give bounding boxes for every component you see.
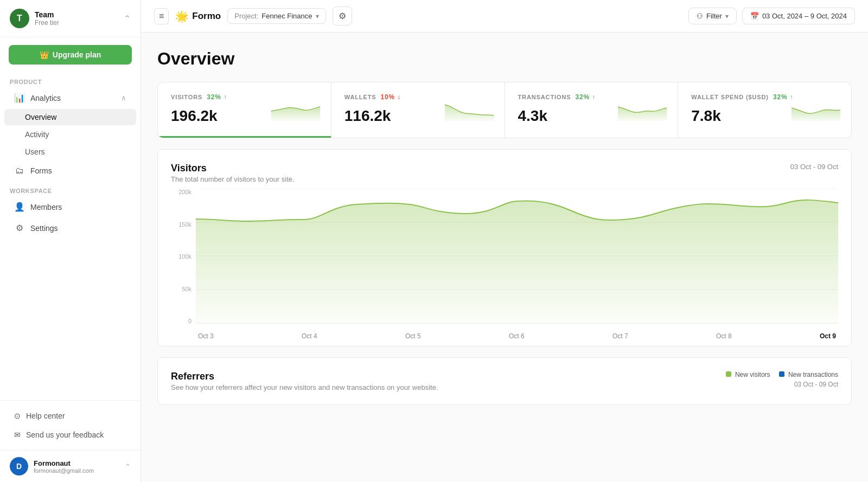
sidebar-sub-item-activity[interactable]: Activity xyxy=(4,126,136,143)
stat-card-wallet-spend[interactable]: WALLET SPEND ($USD) 32% ↑ 7.8k xyxy=(678,82,851,138)
chart-x-labels: Oct 3 Oct 4 Oct 5 Oct 6 Oct 7 Oct 8 Oct … xyxy=(196,326,838,346)
workspace-section-label: Workspace xyxy=(0,181,141,196)
user-email: formonaut@gmail.com xyxy=(34,467,125,474)
new-visitors-legend-dot xyxy=(726,371,731,377)
analytics-chevron-icon: ∧ xyxy=(121,94,126,102)
team-name: Team xyxy=(35,10,59,19)
brand-icon: 🌟 xyxy=(175,10,189,23)
sidebar: T Team Free tier ⌃ 👑 Upgrade plan Produc… xyxy=(0,0,141,482)
chart-date-label: 03 Oct - 09 Oct xyxy=(790,163,838,171)
brand: 🌟 Formo xyxy=(175,10,221,23)
wallet-spend-sparkline xyxy=(792,99,840,121)
sidebar-item-forms[interactable]: 🗂 Forms xyxy=(4,161,136,181)
new-transactions-legend-dot xyxy=(779,371,784,377)
members-label: Members xyxy=(30,203,62,211)
analytics-icon: 📊 xyxy=(14,93,25,103)
forms-label: Forms xyxy=(30,166,52,175)
wallet-spend-label-text: WALLET SPEND ($USD) xyxy=(691,94,769,100)
team-avatar: T xyxy=(10,9,29,28)
stat-card-transactions[interactable]: TRANSACTIONS 32% ↑ 4.3k xyxy=(505,82,679,138)
referrers-legend: New visitors New transactions xyxy=(726,371,838,378)
topbar-right: ⚇ Filter ▾ 📅 03 Oct, 2024 – 9 Oct, 2024 xyxy=(688,8,855,24)
overview-label: Overview xyxy=(25,113,56,121)
analytics-label: Analytics xyxy=(30,94,61,102)
sidebar-item-analytics[interactable]: 📊 Analytics ∧ xyxy=(4,88,136,108)
referrers-title: Referrers xyxy=(171,371,438,382)
project-selector[interactable]: Project: Fennec Finance ▾ xyxy=(227,8,326,24)
project-settings-button[interactable]: ⚙ xyxy=(333,7,352,25)
users-label: Users xyxy=(25,147,45,156)
topbar: ≡ 🌟 Formo Project: Fennec Finance ▾ ⚙ ⚇ … xyxy=(141,0,868,33)
sidebar-toggle-button[interactable]: ≡ xyxy=(154,8,169,24)
main-area: ≡ 🌟 Formo Project: Fennec Finance ▾ ⚙ ⚇ … xyxy=(141,0,868,482)
stat-card-wallets[interactable]: WALLETS 10% ↓ 116.2k xyxy=(331,82,505,138)
sidebar-user[interactable]: D Formonaut formonaut@gmail.com ⌃ xyxy=(0,450,141,482)
feedback-item[interactable]: ✉ Send us your feedback xyxy=(4,426,136,444)
filter-button[interactable]: ⚇ Filter ▾ xyxy=(688,8,737,24)
referrers-subtitle: See how your referrers affect your new v… xyxy=(171,383,438,391)
wallet-spend-badge: 32% ↑ xyxy=(773,93,794,101)
project-label: Project: xyxy=(234,12,258,20)
product-section-label: Product xyxy=(0,72,141,87)
sidebar-sub-item-overview[interactable]: Overview xyxy=(4,109,136,125)
transactions-badge: 32% ↑ xyxy=(575,93,596,101)
chart-title: Visitors xyxy=(171,163,295,174)
new-transactions-legend-label: New transactions xyxy=(788,371,838,378)
date-range-label: 03 Oct, 2024 – 9 Oct, 2024 xyxy=(762,12,847,20)
sidebar-item-settings[interactable]: ⚙ Settings xyxy=(4,218,136,238)
upgrade-plan-button[interactable]: 👑 Upgrade plan xyxy=(9,45,132,65)
filter-label: Filter xyxy=(706,12,722,20)
filter-chevron-icon: ▾ xyxy=(725,12,729,20)
upgrade-label: Upgrade plan xyxy=(53,50,101,59)
team-tier: Free tier xyxy=(35,19,59,27)
content-area: Overview VISITORS 32% ↑ 196.2k xyxy=(141,33,868,482)
activity-label: Activity xyxy=(25,130,49,139)
sidebar-item-members[interactable]: 👤 Members xyxy=(4,197,136,217)
feedback-label: Send us your feedback xyxy=(26,430,104,439)
chart-plot xyxy=(196,189,838,324)
team-info: T Team Free tier xyxy=(10,9,59,28)
user-name: Formonaut xyxy=(34,459,125,467)
settings-label: Settings xyxy=(30,224,58,233)
page-title: Overview xyxy=(157,49,852,69)
sidebar-sub-item-users[interactable]: Users xyxy=(4,144,136,160)
transactions-sparkline xyxy=(618,99,667,121)
help-center-label: Help center xyxy=(26,412,65,420)
members-icon: 👤 xyxy=(14,202,25,212)
stats-row: VISITORS 32% ↑ 196.2k xyxy=(157,82,852,138)
project-chevron-icon: ▾ xyxy=(316,12,319,20)
referrers-header: Referrers See how your referrers affect … xyxy=(171,371,838,391)
user-info: Formonaut formonaut@gmail.com xyxy=(28,459,125,474)
stat-card-visitors[interactable]: VISITORS 32% ↑ 196.2k xyxy=(158,82,331,138)
calendar-icon: 📅 xyxy=(750,12,759,20)
date-range-button[interactable]: 📅 03 Oct, 2024 – 9 Oct, 2024 xyxy=(742,8,855,24)
project-name: Fennec Finance xyxy=(261,12,312,20)
forms-icon: 🗂 xyxy=(14,166,25,176)
visitors-sparkline xyxy=(271,99,320,121)
wallets-label-text: WALLETS xyxy=(344,94,376,100)
user-chevron-icon: ⌃ xyxy=(125,462,131,471)
referrers-date: 03 Oct - 09 Oct xyxy=(726,381,838,388)
chart-area: 200k 150k 100k 50k 0 xyxy=(171,189,838,346)
wallets-sparkline xyxy=(445,99,494,121)
help-center-item[interactable]: ⊙ Help center xyxy=(4,407,136,425)
visitors-label-text: VISITORS xyxy=(171,94,202,100)
sidebar-header: T Team Free tier ⌃ xyxy=(0,0,141,37)
crown-icon: 👑 xyxy=(40,50,49,59)
chart-header: Visitors The total number of visitors to… xyxy=(171,163,838,183)
feedback-icon: ✉ xyxy=(14,430,21,439)
filter-icon: ⚇ xyxy=(697,12,703,20)
team-chevron-icon[interactable]: ⌃ xyxy=(124,14,131,24)
settings-icon: ⚙ xyxy=(14,223,25,233)
wallets-badge: 10% ↓ xyxy=(380,93,401,101)
new-visitors-legend-label: New visitors xyxy=(735,371,770,378)
brand-name: Formo xyxy=(192,11,221,22)
chart-y-labels: 200k 150k 100k 50k 0 xyxy=(171,189,196,324)
user-avatar: D xyxy=(10,457,28,475)
visitors-chart-svg xyxy=(196,189,838,324)
visitors-badge: 32% ↑ xyxy=(207,93,227,101)
help-icon: ⊙ xyxy=(14,412,21,420)
chart-subtitle: The total number of visitors to your sit… xyxy=(171,175,295,183)
sidebar-bottom: ⊙ Help center ✉ Send us your feedback xyxy=(0,400,141,450)
visitors-chart-section: Visitors The total number of visitors to… xyxy=(157,149,852,346)
